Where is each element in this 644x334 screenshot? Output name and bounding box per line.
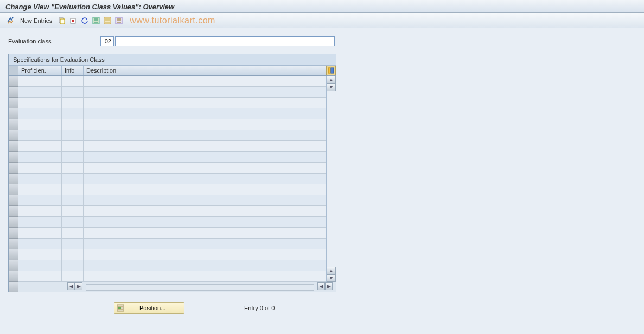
cell-description[interactable] bbox=[84, 249, 326, 260]
row-selector[interactable] bbox=[9, 141, 18, 152]
cell-proficien[interactable] bbox=[18, 271, 62, 282]
column-info[interactable]: Info bbox=[62, 66, 84, 75]
select-all-column[interactable] bbox=[9, 66, 18, 75]
cell-proficien[interactable] bbox=[18, 217, 62, 228]
hscroll-track[interactable] bbox=[86, 284, 314, 291]
cell-description[interactable] bbox=[84, 260, 326, 271]
row-selector[interactable] bbox=[9, 130, 18, 141]
cell-info[interactable] bbox=[62, 152, 84, 163]
cell-description[interactable] bbox=[84, 206, 326, 217]
cell-proficien[interactable] bbox=[18, 206, 62, 217]
row-selector[interactable] bbox=[9, 152, 18, 163]
cell-description[interactable] bbox=[84, 184, 326, 195]
row-selector[interactable] bbox=[9, 195, 18, 206]
cell-description[interactable] bbox=[84, 239, 326, 249]
table-row[interactable] bbox=[9, 98, 326, 108]
vertical-scrollbar[interactable]: ▲ ▼ ▲ ▼ bbox=[326, 76, 336, 282]
cell-proficien[interactable] bbox=[18, 152, 62, 163]
table-row[interactable] bbox=[9, 206, 326, 217]
column-description[interactable]: Description bbox=[84, 66, 326, 75]
cell-info[interactable] bbox=[62, 163, 84, 174]
undo-icon[interactable] bbox=[80, 16, 90, 25]
cell-proficien[interactable] bbox=[18, 87, 62, 98]
scroll-down-icon[interactable]: ▼ bbox=[327, 274, 336, 282]
select-all-icon[interactable] bbox=[91, 16, 101, 25]
cell-info[interactable] bbox=[62, 260, 84, 271]
evaluation-class-desc-input[interactable] bbox=[115, 36, 335, 46]
copy-icon[interactable] bbox=[57, 16, 67, 25]
cell-info[interactable] bbox=[62, 108, 84, 119]
toggle-icon[interactable] bbox=[5, 16, 15, 25]
cell-description[interactable] bbox=[84, 271, 326, 282]
cell-description[interactable] bbox=[84, 141, 326, 152]
scroll-down-step-icon[interactable]: ▼ bbox=[327, 84, 336, 91]
row-selector[interactable] bbox=[9, 217, 18, 228]
cell-proficien[interactable] bbox=[18, 249, 62, 260]
table-row[interactable] bbox=[9, 87, 326, 98]
cell-proficien[interactable] bbox=[18, 141, 62, 152]
cell-info[interactable] bbox=[62, 206, 84, 217]
cell-proficien[interactable] bbox=[18, 163, 62, 174]
row-selector[interactable] bbox=[9, 184, 18, 195]
column-proficien[interactable]: Proficien. bbox=[18, 66, 62, 75]
row-selector[interactable] bbox=[9, 163, 18, 174]
scroll-right-icon[interactable]: ▶ bbox=[325, 282, 333, 290]
cell-info[interactable] bbox=[62, 249, 84, 260]
table-row[interactable] bbox=[9, 119, 326, 130]
row-selector[interactable] bbox=[9, 271, 18, 282]
cell-proficien[interactable] bbox=[18, 108, 62, 119]
table-row[interactable] bbox=[9, 130, 326, 141]
table-row[interactable] bbox=[9, 239, 326, 249]
cell-description[interactable] bbox=[84, 98, 326, 108]
row-selector[interactable] bbox=[9, 87, 18, 98]
cell-description[interactable] bbox=[84, 195, 326, 206]
cell-proficien[interactable] bbox=[18, 184, 62, 195]
table-row[interactable] bbox=[9, 76, 326, 87]
row-selector[interactable] bbox=[9, 239, 18, 249]
table-row[interactable] bbox=[9, 108, 326, 119]
table-row[interactable] bbox=[9, 195, 326, 206]
cell-info[interactable] bbox=[62, 195, 84, 206]
row-selector[interactable] bbox=[9, 206, 18, 217]
cell-description[interactable] bbox=[84, 174, 326, 184]
row-selector[interactable] bbox=[9, 98, 18, 108]
cell-info[interactable] bbox=[62, 130, 84, 141]
cell-description[interactable] bbox=[84, 228, 326, 239]
position-button[interactable]: Position... bbox=[114, 302, 184, 314]
cell-proficien[interactable] bbox=[18, 260, 62, 271]
cell-info[interactable] bbox=[62, 228, 84, 239]
table-row[interactable] bbox=[9, 184, 326, 195]
row-selector[interactable] bbox=[9, 119, 18, 130]
cell-info[interactable] bbox=[62, 184, 84, 195]
table-config-icon[interactable] bbox=[326, 66, 336, 75]
table-row[interactable] bbox=[9, 141, 326, 152]
cell-description[interactable] bbox=[84, 119, 326, 130]
delete-icon[interactable] bbox=[68, 16, 78, 25]
cell-info[interactable] bbox=[62, 174, 84, 184]
table-row[interactable] bbox=[9, 249, 326, 260]
row-selector[interactable] bbox=[9, 228, 18, 239]
cell-proficien[interactable] bbox=[18, 195, 62, 206]
scroll-up-step-icon[interactable]: ▲ bbox=[327, 267, 336, 274]
deselect-all-icon[interactable] bbox=[103, 16, 112, 25]
cell-description[interactable] bbox=[84, 217, 326, 228]
table-row[interactable] bbox=[9, 217, 326, 228]
cell-description[interactable] bbox=[84, 130, 326, 141]
cell-info[interactable] bbox=[62, 76, 84, 87]
row-selector[interactable] bbox=[9, 260, 18, 271]
cell-info[interactable] bbox=[62, 217, 84, 228]
cell-proficien[interactable] bbox=[18, 228, 62, 239]
table-row[interactable] bbox=[9, 260, 326, 271]
cell-description[interactable] bbox=[84, 163, 326, 174]
cell-proficien[interactable] bbox=[18, 239, 62, 249]
cell-info[interactable] bbox=[62, 271, 84, 282]
cell-proficien[interactable] bbox=[18, 119, 62, 130]
row-selector[interactable] bbox=[9, 76, 18, 87]
new-entries-button[interactable]: New Entries bbox=[20, 17, 52, 24]
row-selector[interactable] bbox=[9, 249, 18, 260]
scroll-left-step-icon[interactable]: ◀ bbox=[317, 282, 325, 290]
cell-info[interactable] bbox=[62, 119, 84, 130]
cell-proficien[interactable] bbox=[18, 174, 62, 184]
row-selector[interactable] bbox=[9, 108, 18, 119]
cell-info[interactable] bbox=[62, 239, 84, 249]
